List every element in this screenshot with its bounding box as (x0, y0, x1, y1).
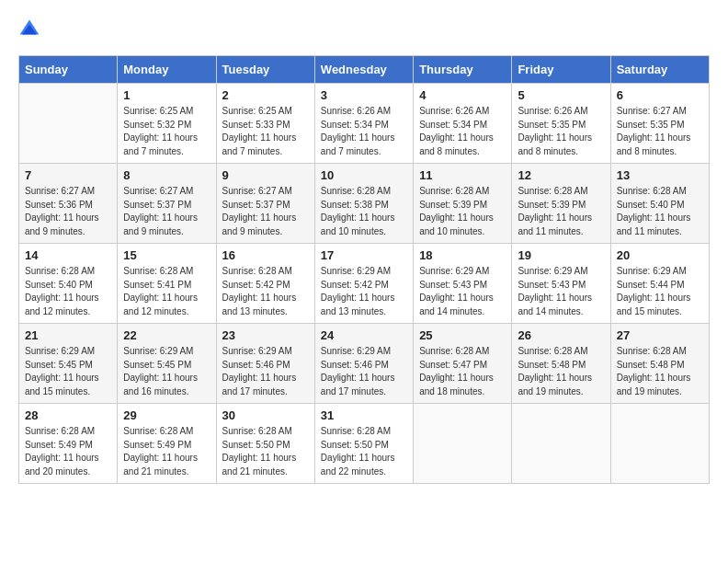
day-info: Sunrise: 6:27 AM Sunset: 5:36 PM Dayligh… (25, 185, 111, 238)
col-header-monday: Monday (118, 56, 216, 84)
day-number: 30 (222, 408, 309, 422)
calendar-cell: 5Sunrise: 6:26 AM Sunset: 5:35 PM Daylig… (512, 84, 610, 164)
calendar-week-row: 1Sunrise: 6:25 AM Sunset: 5:32 PM Daylig… (19, 84, 710, 164)
day-number: 14 (25, 248, 111, 262)
day-info: Sunrise: 6:26 AM Sunset: 5:34 PM Dayligh… (419, 105, 506, 158)
day-number: 21 (25, 328, 111, 342)
day-number: 1 (123, 88, 210, 102)
day-info: Sunrise: 6:28 AM Sunset: 5:41 PM Dayligh… (123, 265, 210, 318)
day-number: 8 (123, 168, 210, 182)
calendar-cell: 24Sunrise: 6:29 AM Sunset: 5:46 PM Dayli… (314, 324, 413, 404)
day-number: 26 (518, 328, 604, 342)
day-number: 15 (123, 248, 210, 262)
day-info: Sunrise: 6:27 AM Sunset: 5:37 PM Dayligh… (123, 185, 210, 238)
day-info: Sunrise: 6:28 AM Sunset: 5:40 PM Dayligh… (25, 265, 111, 318)
calendar-cell (610, 404, 709, 484)
page-header (18, 18, 710, 40)
calendar-cell: 3Sunrise: 6:26 AM Sunset: 5:34 PM Daylig… (314, 84, 413, 164)
calendar-cell: 9Sunrise: 6:27 AM Sunset: 5:37 PM Daylig… (216, 164, 314, 244)
calendar-cell: 26Sunrise: 6:28 AM Sunset: 5:48 PM Dayli… (512, 324, 610, 404)
day-number: 22 (123, 328, 210, 342)
day-number: 29 (123, 408, 210, 422)
calendar-cell: 1Sunrise: 6:25 AM Sunset: 5:32 PM Daylig… (118, 84, 216, 164)
day-number: 2 (222, 88, 309, 102)
day-number: 3 (321, 88, 407, 102)
calendar-week-row: 21Sunrise: 6:29 AM Sunset: 5:45 PM Dayli… (19, 324, 710, 404)
day-number: 23 (222, 328, 309, 342)
day-info: Sunrise: 6:28 AM Sunset: 5:49 PM Dayligh… (123, 425, 210, 478)
calendar-cell (512, 404, 610, 484)
day-number: 27 (617, 328, 703, 342)
logo (18, 18, 44, 40)
calendar-cell: 6Sunrise: 6:27 AM Sunset: 5:35 PM Daylig… (610, 84, 709, 164)
col-header-wednesday: Wednesday (314, 56, 413, 84)
day-number: 7 (25, 168, 111, 182)
calendar-cell: 11Sunrise: 6:28 AM Sunset: 5:39 PM Dayli… (414, 164, 512, 244)
day-number: 31 (321, 408, 407, 422)
calendar-cell: 20Sunrise: 6:29 AM Sunset: 5:44 PM Dayli… (610, 244, 709, 324)
day-number: 11 (419, 168, 506, 182)
day-info: Sunrise: 6:27 AM Sunset: 5:35 PM Dayligh… (617, 105, 703, 158)
calendar-cell: 31Sunrise: 6:28 AM Sunset: 5:50 PM Dayli… (314, 404, 413, 484)
day-number: 17 (321, 248, 407, 262)
calendar-cell: 7Sunrise: 6:27 AM Sunset: 5:36 PM Daylig… (19, 164, 118, 244)
day-number: 16 (222, 248, 309, 262)
day-info: Sunrise: 6:28 AM Sunset: 5:38 PM Dayligh… (321, 185, 407, 238)
col-header-thursday: Thursday (414, 56, 512, 84)
calendar-cell: 16Sunrise: 6:28 AM Sunset: 5:42 PM Dayli… (216, 244, 314, 324)
day-number: 5 (518, 88, 604, 102)
day-info: Sunrise: 6:28 AM Sunset: 5:49 PM Dayligh… (25, 425, 111, 478)
col-header-saturday: Saturday (610, 56, 709, 84)
logo-icon (18, 18, 40, 40)
day-number: 6 (617, 88, 703, 102)
col-header-tuesday: Tuesday (216, 56, 314, 84)
calendar-cell (19, 84, 118, 164)
day-number: 28 (25, 408, 111, 422)
day-info: Sunrise: 6:28 AM Sunset: 5:47 PM Dayligh… (419, 345, 506, 398)
day-number: 24 (321, 328, 407, 342)
calendar-cell: 18Sunrise: 6:29 AM Sunset: 5:43 PM Dayli… (414, 244, 512, 324)
calendar-cell: 12Sunrise: 6:28 AM Sunset: 5:39 PM Dayli… (512, 164, 610, 244)
day-info: Sunrise: 6:29 AM Sunset: 5:45 PM Dayligh… (123, 345, 210, 398)
day-info: Sunrise: 6:28 AM Sunset: 5:50 PM Dayligh… (321, 425, 407, 478)
calendar-cell: 30Sunrise: 6:28 AM Sunset: 5:50 PM Dayli… (216, 404, 314, 484)
day-number: 9 (222, 168, 309, 182)
calendar-cell: 21Sunrise: 6:29 AM Sunset: 5:45 PM Dayli… (19, 324, 118, 404)
day-info: Sunrise: 6:29 AM Sunset: 5:43 PM Dayligh… (419, 265, 506, 318)
day-info: Sunrise: 6:26 AM Sunset: 5:34 PM Dayligh… (321, 105, 407, 158)
calendar-week-row: 7Sunrise: 6:27 AM Sunset: 5:36 PM Daylig… (19, 164, 710, 244)
col-header-friday: Friday (512, 56, 610, 84)
day-number: 13 (617, 168, 703, 182)
day-info: Sunrise: 6:29 AM Sunset: 5:42 PM Dayligh… (321, 265, 407, 318)
day-number: 4 (419, 88, 506, 102)
calendar-cell: 22Sunrise: 6:29 AM Sunset: 5:45 PM Dayli… (118, 324, 216, 404)
calendar-cell: 10Sunrise: 6:28 AM Sunset: 5:38 PM Dayli… (314, 164, 413, 244)
day-info: Sunrise: 6:25 AM Sunset: 5:32 PM Dayligh… (123, 105, 210, 158)
day-info: Sunrise: 6:28 AM Sunset: 5:48 PM Dayligh… (617, 345, 703, 398)
day-info: Sunrise: 6:25 AM Sunset: 5:33 PM Dayligh… (222, 105, 309, 158)
calendar-header-row: SundayMondayTuesdayWednesdayThursdayFrid… (19, 56, 710, 84)
calendar-cell: 29Sunrise: 6:28 AM Sunset: 5:49 PM Dayli… (118, 404, 216, 484)
day-info: Sunrise: 6:28 AM Sunset: 5:39 PM Dayligh… (518, 185, 604, 238)
day-number: 10 (321, 168, 407, 182)
col-header-sunday: Sunday (19, 56, 118, 84)
calendar-cell (414, 404, 512, 484)
day-info: Sunrise: 6:28 AM Sunset: 5:40 PM Dayligh… (617, 185, 703, 238)
day-info: Sunrise: 6:29 AM Sunset: 5:45 PM Dayligh… (25, 345, 111, 398)
day-info: Sunrise: 6:29 AM Sunset: 5:44 PM Dayligh… (617, 265, 703, 318)
day-info: Sunrise: 6:29 AM Sunset: 5:43 PM Dayligh… (518, 265, 604, 318)
day-number: 25 (419, 328, 506, 342)
calendar-cell: 2Sunrise: 6:25 AM Sunset: 5:33 PM Daylig… (216, 84, 314, 164)
calendar-cell: 27Sunrise: 6:28 AM Sunset: 5:48 PM Dayli… (610, 324, 709, 404)
calendar-cell: 8Sunrise: 6:27 AM Sunset: 5:37 PM Daylig… (118, 164, 216, 244)
calendar-week-row: 28Sunrise: 6:28 AM Sunset: 5:49 PM Dayli… (19, 404, 710, 484)
day-number: 19 (518, 248, 604, 262)
calendar-cell: 14Sunrise: 6:28 AM Sunset: 5:40 PM Dayli… (19, 244, 118, 324)
day-info: Sunrise: 6:27 AM Sunset: 5:37 PM Dayligh… (222, 185, 309, 238)
calendar-week-row: 14Sunrise: 6:28 AM Sunset: 5:40 PM Dayli… (19, 244, 710, 324)
calendar-cell: 19Sunrise: 6:29 AM Sunset: 5:43 PM Dayli… (512, 244, 610, 324)
calendar-cell: 28Sunrise: 6:28 AM Sunset: 5:49 PM Dayli… (19, 404, 118, 484)
day-number: 20 (617, 248, 703, 262)
day-info: Sunrise: 6:28 AM Sunset: 5:50 PM Dayligh… (222, 425, 309, 478)
day-info: Sunrise: 6:28 AM Sunset: 5:39 PM Dayligh… (419, 185, 506, 238)
